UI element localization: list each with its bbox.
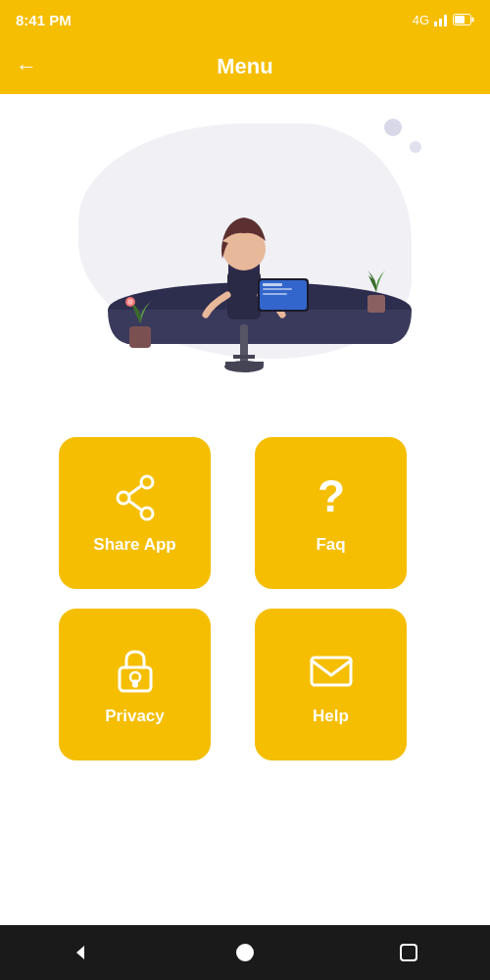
svg-point-22 bbox=[127, 299, 133, 305]
help-card[interactable]: Help bbox=[255, 609, 407, 760]
status-time: 8:41 PM bbox=[16, 12, 72, 28]
svg-rect-19 bbox=[368, 295, 385, 313]
svg-rect-36 bbox=[401, 945, 416, 960]
illustration-container bbox=[0, 94, 490, 408]
svg-rect-18 bbox=[263, 293, 287, 295]
share-app-label: Share App bbox=[93, 535, 175, 555]
svg-rect-1 bbox=[439, 19, 442, 26]
signal-icon bbox=[433, 12, 449, 27]
status-bar: 8:41 PM 4G bbox=[0, 0, 490, 39]
battery-icon bbox=[453, 14, 474, 25]
share-icon bbox=[110, 472, 161, 523]
svg-rect-17 bbox=[263, 288, 292, 290]
nav-home-button[interactable] bbox=[225, 933, 265, 972]
svg-rect-16 bbox=[263, 283, 282, 286]
nav-back-button[interactable] bbox=[62, 933, 101, 972]
faq-label: Faq bbox=[316, 535, 345, 555]
illustration-wrapper bbox=[59, 114, 431, 388]
svg-rect-4 bbox=[455, 16, 465, 24]
share-app-card[interactable]: Share App bbox=[59, 437, 211, 589]
faq-card[interactable]: ? Faq bbox=[255, 437, 407, 589]
svg-rect-5 bbox=[472, 18, 474, 23]
svg-rect-31 bbox=[132, 680, 137, 687]
svg-point-24 bbox=[118, 492, 129, 504]
back-button[interactable]: ← bbox=[16, 54, 37, 79]
lock-icon bbox=[110, 644, 161, 695]
svg-line-27 bbox=[128, 501, 141, 511]
svg-rect-2 bbox=[444, 15, 447, 26]
question-icon: ? bbox=[306, 472, 357, 523]
svg-point-35 bbox=[236, 944, 254, 961]
nav-recents-button[interactable] bbox=[389, 933, 428, 972]
desk-illustration bbox=[69, 133, 421, 378]
svg-text:?: ? bbox=[317, 472, 344, 521]
privacy-card[interactable]: Privacy bbox=[59, 609, 211, 760]
svg-rect-0 bbox=[434, 22, 437, 26]
status-icons: 4G bbox=[413, 12, 474, 27]
svg-marker-34 bbox=[76, 946, 84, 959]
network-icon: 4G bbox=[413, 13, 429, 27]
privacy-label: Privacy bbox=[105, 707, 165, 726]
app-header: ← Menu bbox=[0, 39, 490, 94]
header-title: Menu bbox=[217, 54, 272, 79]
help-label: Help bbox=[313, 707, 349, 726]
svg-rect-12 bbox=[227, 270, 261, 319]
envelope-icon bbox=[306, 644, 357, 695]
svg-rect-33 bbox=[312, 658, 351, 685]
bottom-nav bbox=[0, 925, 490, 980]
menu-grid: Share App ? Faq Privacy bbox=[0, 408, 490, 790]
svg-rect-20 bbox=[129, 326, 151, 348]
svg-line-26 bbox=[128, 485, 141, 495]
